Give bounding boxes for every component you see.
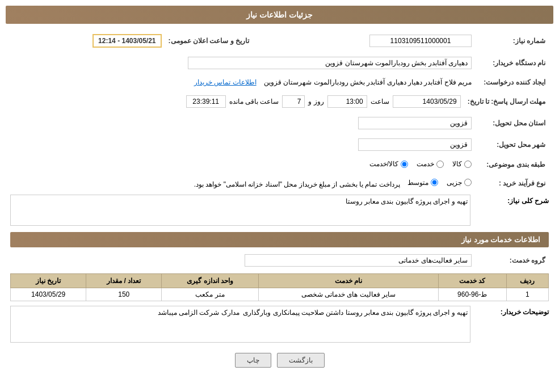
service-group-label: گروه خدمت: bbox=[475, 252, 549, 269]
creator-row: ایجاد کننده درخواست: مریم فلاح آفتابدر د… bbox=[10, 76, 549, 88]
purchase-radio-motawaset-label: متوسط bbox=[407, 179, 428, 187]
city-value: قزوین bbox=[10, 136, 475, 153]
page-title: جزئیات اطلاعات نیاز bbox=[6, 6, 553, 24]
category-radio-kala-label: کالا bbox=[452, 160, 462, 168]
category-radio-both: کالا/خدمت bbox=[369, 160, 408, 168]
date-value: 1403/05/21 - 12:14 bbox=[10, 32, 165, 50]
category-radio-khedmat-input[interactable] bbox=[436, 161, 444, 168]
purchase-type-radio-group: جزیی متوسط bbox=[407, 179, 472, 187]
category-value: کالا خدمت کالا/خدمت bbox=[10, 158, 475, 172]
page-container: جزئیات اطلاعات نیاز شماره نیاز: 11031095… bbox=[0, 0, 559, 392]
col-date: تاریخ نیاز bbox=[11, 274, 86, 288]
category-radio-khedmat: خدمت bbox=[417, 160, 444, 168]
button-row: بازگشت چاپ bbox=[10, 353, 549, 373]
buyer-desc-label: توضیحات خریدار: bbox=[475, 306, 549, 316]
general-desc-label: شرح کلی نیاز: bbox=[475, 195, 549, 205]
remaining-label: ساعت باقی مانده bbox=[229, 98, 279, 106]
col-name: نام خدمت bbox=[258, 274, 438, 288]
back-button[interactable]: بازگشت bbox=[277, 353, 325, 368]
deadline-time-box: 13:00 bbox=[327, 95, 367, 108]
need-number-row: شماره نیاز: 1103109511000001 تاریخ و ساع… bbox=[10, 32, 549, 50]
deadline-day-label: روز و bbox=[308, 98, 323, 106]
cell-row: 1 bbox=[506, 288, 548, 301]
purchase-radio-jozi: جزیی bbox=[447, 179, 472, 187]
category-radio-both-input[interactable] bbox=[401, 161, 408, 168]
category-radio-both-label: کالا/خدمت bbox=[369, 160, 398, 168]
deadline-label: مهلت ارسال پاسخ: تا تاریخ: bbox=[464, 93, 549, 110]
org-name-box: دهیاری آفتابدر بخش رودبارالموت شهرستان ق… bbox=[188, 57, 472, 69]
category-radio-kala-input[interactable] bbox=[464, 161, 472, 168]
buyer-desc-textarea[interactable] bbox=[10, 306, 470, 343]
org-name-row: نام دستگاه خریدار: دهیاری آفتابدر بخش رو… bbox=[10, 54, 549, 71]
deadline-date-box: 1403/05/29 bbox=[393, 95, 461, 108]
deadline-time-label: ساعت bbox=[371, 98, 389, 106]
city-label: شهر محل تحویل: bbox=[475, 136, 549, 153]
purchase-radio-jozi-label: جزیی bbox=[447, 179, 462, 187]
need-number-box: 1103109511000001 bbox=[369, 35, 472, 47]
category-radio-khedmat-label: خدمت bbox=[417, 160, 434, 168]
services-header: اطلاعات خدمات مورد نیاز bbox=[10, 232, 549, 247]
cell-date: 1403/05/29 bbox=[11, 288, 86, 301]
org-name-label: نام دستگاه خریدار: bbox=[475, 54, 549, 71]
province-box: قزوین bbox=[358, 117, 472, 129]
category-radio-kala: کالا bbox=[452, 160, 472, 168]
creator-label: ایجاد کننده درخواست: bbox=[475, 76, 549, 88]
services-table: ردیف کد خدمت نام خدمت واحد اندازه گیری ت… bbox=[10, 273, 549, 301]
org-name-value: دهیاری آفتابدر بخش رودبارالموت شهرستان ق… bbox=[10, 54, 475, 71]
table-row: 1 ط-96-960 سایر فعالیت های خدماتی شخصی م… bbox=[11, 288, 549, 301]
service-group-box: سایر فعالیت‌های خدماتی bbox=[245, 254, 472, 267]
service-group-value: سایر فعالیت‌های خدماتی bbox=[10, 252, 475, 269]
service-group-row: گروه خدمت: سایر فعالیت‌های خدماتی bbox=[10, 252, 549, 269]
col-quantity: تعداد / مقدار bbox=[86, 274, 162, 288]
province-value: قزوین bbox=[10, 115, 475, 132]
col-unit: واحد اندازه گیری bbox=[162, 274, 259, 288]
cell-quantity: 150 bbox=[86, 288, 162, 301]
creator-value: مریم فلاح آفتابدر دهیار دهیاری آفتابدر ب… bbox=[10, 76, 475, 88]
deadline-days-box: 7 bbox=[282, 95, 305, 108]
creator-name: مریم فلاح آفتابدر دهیار دهیاری آفتابدر ب… bbox=[264, 78, 472, 86]
need-number-value: 1103109511000001 bbox=[253, 32, 475, 50]
purchase-type-value: جزیی متوسط پرداخت تمام یا بخشی از مبلغ خ… bbox=[10, 176, 475, 191]
buyer-desc-section: توضیحات خریدار: bbox=[10, 306, 549, 344]
need-number-label: شماره نیاز: bbox=[475, 32, 549, 50]
purchase-radio-jozi-input[interactable] bbox=[464, 179, 472, 186]
general-desc-section: شرح کلی نیاز: bbox=[10, 195, 549, 227]
category-row: طبقه بندی موضوعی: کالا خدمت bbox=[10, 158, 549, 172]
category-label: طبقه بندی موضوعی: bbox=[475, 158, 549, 172]
deadline-value: 1403/05/29 ساعت 13:00 روز و 7 ساعت باقی … bbox=[10, 93, 464, 110]
purchase-note: پرداخت تمام یا بخشی از مبلغ خریداز محل "… bbox=[194, 180, 400, 188]
creator-contact-link[interactable]: اطلاعات تماس خریدار bbox=[194, 78, 257, 86]
purchase-type-row: نوع فرآیند خرید : جزیی متوسط پرداخت bbox=[10, 176, 549, 191]
purchase-radio-motawaset: متوسط bbox=[407, 179, 438, 187]
remaining-time-box: 23:39:11 bbox=[186, 95, 226, 108]
cell-unit: متر مکعب bbox=[162, 288, 259, 301]
date-label: تاریخ و ساعت اعلان عمومی: bbox=[165, 32, 253, 50]
general-desc-textarea[interactable] bbox=[10, 195, 470, 226]
city-box: قزوین bbox=[358, 138, 472, 151]
province-label: استان محل تحویل: bbox=[475, 115, 549, 132]
city-row: شهر محل تحویل: قزوین bbox=[10, 136, 549, 153]
date-box: 1403/05/21 - 12:14 bbox=[93, 34, 161, 48]
col-code: کد خدمت bbox=[438, 274, 506, 288]
province-row: استان محل تحویل: قزوین bbox=[10, 115, 549, 132]
col-row: ردیف bbox=[506, 274, 548, 288]
deadline-row: مهلت ارسال پاسخ: تا تاریخ: 1403/05/29 سا… bbox=[10, 93, 549, 110]
print-button[interactable]: چاپ bbox=[235, 353, 271, 368]
purchase-type-label: نوع فرآیند خرید : bbox=[475, 176, 549, 191]
cell-name: سایر فعالیت های خدماتی شخصی bbox=[258, 288, 438, 301]
category-radio-group: کالا خدمت کالا/خدمت bbox=[369, 160, 472, 168]
cell-code: ط-96-960 bbox=[438, 288, 506, 301]
purchase-radio-motawaset-input[interactable] bbox=[431, 179, 438, 186]
